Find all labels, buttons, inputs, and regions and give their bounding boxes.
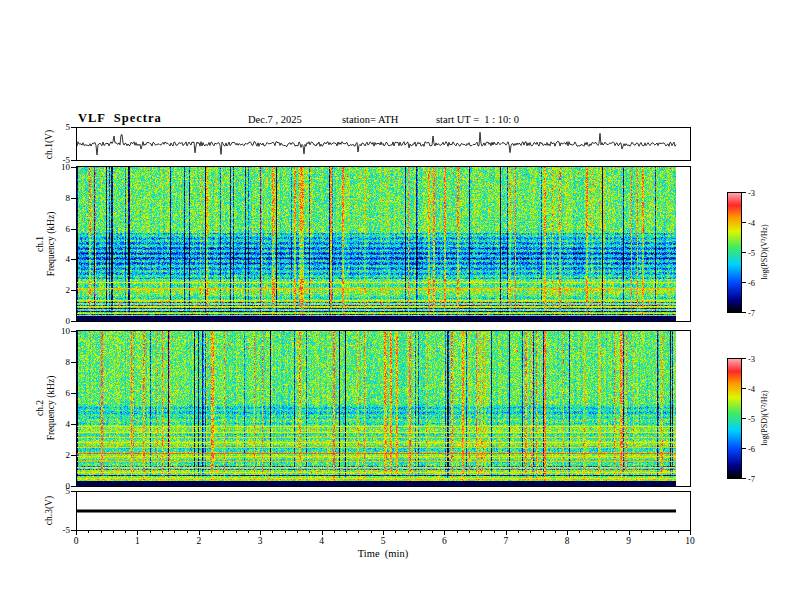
colorbar-2-tick-label: -3 [748, 354, 768, 364]
vlf-spectra-plot: VLF Spectra Dec.7 , 2025 station= ATH st… [0, 0, 792, 612]
ch1-spec-y-tick-label: 8 [52, 193, 70, 203]
x-minor-tick-mark [494, 530, 495, 533]
x-minor-tick-mark [371, 530, 372, 533]
ch3-waveform-panel [76, 491, 691, 531]
x-tick-mark [322, 530, 323, 535]
colorbar-1-tick-label: -5 [748, 248, 768, 258]
x-tick-mark [567, 530, 568, 535]
ch1-spec-y-tick-mark [71, 229, 76, 230]
x-minor-tick-mark [346, 530, 347, 533]
ch2-spec-y-tick-mark [71, 331, 76, 332]
colorbar-2-tick-mark [742, 418, 746, 419]
x-tick-label: 7 [498, 536, 514, 546]
ch3-wave-y-tick-mark [71, 491, 76, 492]
colorbar-2-tick-label: -6 [748, 444, 768, 454]
colorbar-1 [727, 192, 742, 313]
x-minor-tick-mark [432, 530, 433, 533]
ch3-wave-y-tick-mark [71, 530, 76, 531]
x-tick-label: 8 [559, 536, 575, 546]
ch1-spec-y-tick-label: 0 [52, 316, 70, 326]
x-tick-mark [260, 530, 261, 535]
ch2-spec-y-tick-label: 4 [52, 419, 70, 429]
ch1-spec-y-tick-mark [71, 290, 76, 291]
x-tick-label: 9 [621, 536, 637, 546]
x-tick-mark [199, 530, 200, 535]
x-minor-tick-mark [579, 530, 580, 533]
x-minor-tick-mark [309, 530, 310, 533]
x-tick-mark [137, 530, 138, 535]
x-minor-tick-mark [187, 530, 188, 533]
x-minor-tick-mark [125, 530, 126, 533]
x-minor-tick-mark [592, 530, 593, 533]
x-minor-tick-mark [678, 530, 679, 533]
x-tick-mark [383, 530, 384, 535]
x-minor-tick-mark [481, 530, 482, 533]
ch2-spec-y-tick-mark [71, 362, 76, 363]
ch2-spec-y-tick-label: 8 [52, 357, 70, 367]
colorbar-1-tick-mark [742, 222, 746, 223]
ch1-spec-y-tick-mark [71, 198, 76, 199]
x-minor-tick-mark [469, 530, 470, 533]
colorbar-1-tick-label: -7 [748, 308, 768, 318]
ch2-spec-y-tick-label: 10 [52, 326, 70, 336]
ch1-spectrogram-canvas [77, 167, 690, 321]
ch1-spec-y-tick-mark [71, 321, 76, 322]
x-minor-tick-mark [358, 530, 359, 533]
ch1-spec-y-tick-mark [71, 259, 76, 260]
x-tick-label: 1 [129, 536, 145, 546]
ch1-spec-y-tick-label: 2 [52, 285, 70, 295]
x-tick-label: 10 [682, 536, 698, 546]
ch1-wave-y-tick-label: 5 [52, 122, 70, 132]
x-minor-tick-mark [543, 530, 544, 533]
x-minor-tick-mark [665, 530, 666, 533]
ch1-spec-y-tick-mark [71, 167, 76, 168]
x-minor-tick-mark [101, 530, 102, 533]
colorbar-2-gradient [728, 359, 741, 478]
colorbar-1-tick-mark [742, 192, 746, 193]
x-tick-label: 0 [68, 536, 84, 546]
x-tick-mark [629, 530, 630, 535]
ch3-wave-y-tick-label: -5 [52, 525, 70, 535]
x-minor-tick-mark [285, 530, 286, 533]
x-tick-mark [690, 530, 691, 535]
ch1-waveform-panel [76, 127, 691, 161]
ch1-wave-y-tick-mark [71, 160, 76, 161]
ch2-spec-y-tick-label: 2 [52, 450, 70, 460]
ch1-spec-y-tick-label: 4 [52, 254, 70, 264]
x-minor-tick-mark [150, 530, 151, 533]
x-tick-label: 6 [436, 536, 452, 546]
x-tick-mark [506, 530, 507, 535]
ch1-spec-y-tick-label: 6 [52, 224, 70, 234]
ch1-wave-y-tick-label: -5 [52, 155, 70, 165]
plot-start-ut: start UT = 1 : 10: 0 [436, 114, 519, 125]
x-minor-tick-mark [88, 530, 89, 533]
colorbar-2-tick-label: -4 [748, 384, 768, 394]
x-minor-tick-mark [395, 530, 396, 533]
x-minor-tick-mark [653, 530, 654, 533]
colorbar-2 [727, 358, 742, 479]
colorbar-2-tick-mark [742, 358, 746, 359]
ch1-wave-y-tick-mark [71, 127, 76, 128]
ch1-spec-y-axis-label-line1: ch.1 [35, 174, 46, 314]
ch2-spec-y-tick-mark [71, 455, 76, 456]
x-tick-mark [444, 530, 445, 535]
x-minor-tick-mark [113, 530, 114, 533]
x-axis-title: Time (min) [333, 548, 433, 559]
ch2-spec-y-tick-mark [71, 486, 76, 487]
plot-title: VLF Spectra [78, 111, 162, 126]
x-minor-tick-mark [334, 530, 335, 533]
ch3-waveform-canvas [77, 492, 690, 530]
colorbar-2-tick-mark [742, 388, 746, 389]
x-tick-label: 3 [252, 536, 268, 546]
ch2-spec-y-tick-mark [71, 393, 76, 394]
plot-date: Dec.7 , 2025 [248, 114, 302, 125]
x-tick-label: 2 [191, 536, 207, 546]
colorbar-1-tick-mark [742, 282, 746, 283]
ch2-spec-y-axis-label-line1: ch.2 [35, 338, 46, 478]
x-tick-label: 5 [375, 536, 391, 546]
colorbar-1-tick-mark [742, 312, 746, 313]
x-minor-tick-mark [518, 530, 519, 533]
x-minor-tick-mark [248, 530, 249, 533]
ch1-spectrogram-panel [76, 166, 691, 322]
x-tick-label: 4 [314, 536, 330, 546]
